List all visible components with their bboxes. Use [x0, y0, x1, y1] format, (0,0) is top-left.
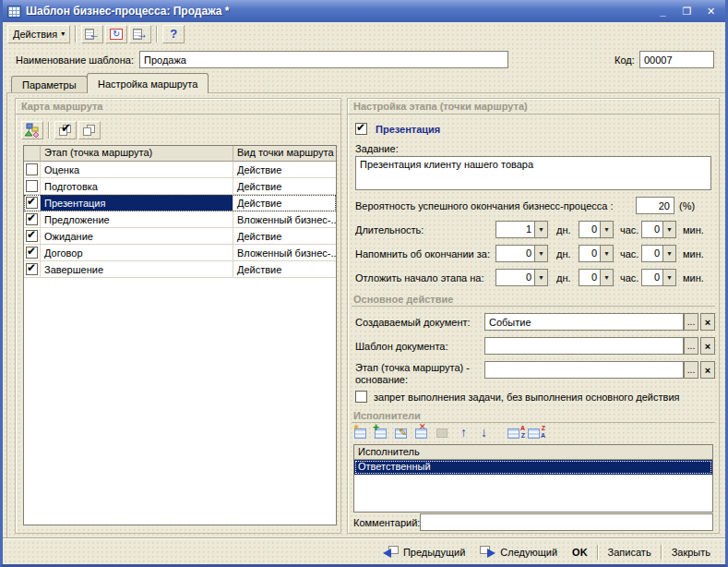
row-checkbox[interactable] [26, 247, 38, 259]
arrow-up-icon: ↑ [460, 425, 467, 440]
base-stage-select-button[interactable]: ... [684, 361, 698, 379]
row-checkbox[interactable] [26, 180, 38, 192]
row-checkbox[interactable] [26, 197, 38, 209]
kind-cell[interactable]: Действие [233, 178, 336, 195]
kind-cell[interactable]: Действие [233, 261, 336, 278]
unit-minutes: мин. [683, 248, 704, 259]
title-bar: Шаблон бизнес-процесса: Продажа * _ ❐ ✕ [3, 0, 725, 22]
route-stages-table[interactable]: Этап (точка маршрута) Вид точки маршрута… [23, 145, 337, 525]
table-row[interactable]: Завершение Действие [24, 261, 336, 278]
document-template-select-button[interactable]: ... [684, 337, 698, 355]
created-document-clear-button[interactable]: × [700, 313, 715, 331]
created-document-label: Создаваемый документ: [355, 317, 471, 328]
previous-label: Предыдущий [403, 547, 465, 558]
document-template-label: Шаблон документа: [355, 341, 448, 352]
row-checkbox[interactable] [26, 163, 38, 175]
table-row[interactable]: Предложение Вложенный бизнес-... [24, 211, 336, 228]
postpone-hours-spin[interactable]: 0▼ [579, 269, 614, 286]
postpone-minutes-spin[interactable]: 0▼ [641, 269, 676, 286]
table-row[interactable]: Ожидание Действие [24, 228, 336, 245]
duration-minutes-spin[interactable]: 0▼ [641, 221, 676, 238]
template-name-input[interactable] [139, 51, 508, 68]
table-row[interactable]: Презентация Действие [24, 195, 336, 211]
sort-ascending-button[interactable]: AZ [507, 426, 525, 441]
tab-parametry[interactable]: Параметры [11, 76, 88, 92]
write-button[interactable]: Записать [601, 544, 659, 561]
probability-input[interactable] [636, 197, 674, 214]
remind-hours-spin[interactable]: 0▼ [579, 245, 614, 262]
actions-menu-button[interactable]: Действия ▾ [7, 25, 70, 43]
dropdown-arrow-icon: ▼ [600, 221, 614, 238]
kind-cell[interactable]: Вложенный бизнес-... [233, 211, 336, 228]
row-checkbox[interactable] [26, 230, 38, 242]
refresh-icon: ↻ [110, 29, 123, 40]
table-row[interactable]: Оценка Действие [24, 162, 336, 178]
document-template-clear-button[interactable]: × [700, 337, 715, 355]
finish-edit-button[interactable] [435, 426, 453, 441]
stage-cell[interactable]: Предложение [41, 211, 233, 228]
executors-list-header: Исполнитель [354, 445, 712, 460]
uncheck-all-icon [83, 125, 96, 137]
kind-cell[interactable]: Действие [233, 228, 336, 245]
close-form-button[interactable]: Закрыть [664, 544, 718, 561]
remind-minutes-spin[interactable]: 0▼ [641, 245, 676, 262]
duration-hours-spin[interactable]: 0▼ [579, 221, 614, 238]
maximize-button[interactable]: ❐ [677, 4, 697, 19]
created-document-input[interactable] [484, 313, 684, 331]
close-button[interactable]: ✕ [701, 4, 721, 19]
set-marks-button[interactable]: ✔ [54, 121, 77, 139]
next-button[interactable]: Следующий [472, 543, 565, 561]
move-up-button[interactable]: ↑ [460, 426, 479, 441]
check-all-icon: ✔ [59, 125, 72, 137]
ok-button[interactable]: OK [565, 544, 595, 561]
stage-cell[interactable]: Подготовка [41, 178, 233, 195]
remind-days-spin[interactable]: 0▼ [495, 245, 548, 262]
stage-cell[interactable]: Оценка [41, 162, 233, 178]
stage-cell[interactable]: Презентация [41, 195, 233, 211]
previous-button[interactable]: Предыдущий [376, 543, 472, 561]
stage-cell[interactable]: Договор [41, 245, 233, 261]
task-textarea[interactable]: Презентация клиенту нашего товара [355, 156, 711, 190]
sort-descending-button[interactable]: ZA [527, 426, 545, 441]
stage-cell[interactable]: Ожидание [41, 228, 233, 245]
kind-cell[interactable]: Действие [233, 195, 336, 211]
add-executor-button[interactable]: ✶ [353, 426, 372, 441]
postpone-label: Отложить начало этапа на: [355, 272, 484, 284]
list-item[interactable]: Ответственный [354, 460, 712, 475]
minimize-button[interactable]: _ [653, 4, 673, 19]
executors-list[interactable]: Исполнитель Ответственный [353, 444, 713, 513]
document-template-input[interactable] [484, 337, 684, 355]
reread-button[interactable]: ← [81, 25, 103, 43]
code-input[interactable] [639, 51, 714, 68]
delete-executor-button[interactable]: ✕ [414, 426, 433, 441]
move-down-button[interactable]: ↓ [481, 426, 499, 441]
table-row[interactable]: Договор Вложенный бизнес-... [24, 245, 336, 261]
add-copy-executor-button[interactable]: + [374, 426, 392, 441]
refresh-button[interactable]: ↻ [105, 25, 127, 43]
route-graph-button[interactable] [21, 121, 43, 139]
actions-label: Действия [13, 29, 57, 40]
comment-input[interactable] [420, 513, 713, 531]
stage-cell[interactable]: Завершение [41, 261, 233, 278]
edit-executor-button[interactable]: ✎ [394, 426, 412, 441]
table-row[interactable]: Подготовка Действие [24, 178, 336, 195]
clear-marks-button[interactable] [78, 121, 101, 139]
kind-cell[interactable]: Вложенный бизнес-... [233, 245, 336, 261]
ok-label: OK [572, 547, 588, 558]
row-checkbox[interactable] [26, 263, 38, 275]
tab-nastroyka-marshruta[interactable]: Настройка маршрута [87, 73, 209, 93]
base-stage-input[interactable] [484, 361, 684, 379]
base-stage-clear-button[interactable]: × [700, 361, 715, 379]
unit-hours: час. [620, 248, 638, 259]
delete-icon: ✕ [419, 422, 426, 431]
row-checkbox[interactable] [26, 213, 38, 225]
forbid-task-checkbox[interactable] [355, 391, 367, 403]
help-button[interactable]: ? [162, 25, 185, 43]
kind-cell[interactable]: Действие [233, 162, 336, 178]
postpone-days-spin[interactable]: 0▼ [495, 269, 548, 286]
stage-enabled-checkbox[interactable] [355, 123, 367, 135]
created-document-select-button[interactable]: ... [684, 313, 698, 331]
duration-days-spin[interactable]: 1▼ [495, 221, 548, 238]
go-forward-button[interactable]: → [129, 25, 151, 43]
header-kind-column: Вид точки маршрута [233, 146, 336, 162]
